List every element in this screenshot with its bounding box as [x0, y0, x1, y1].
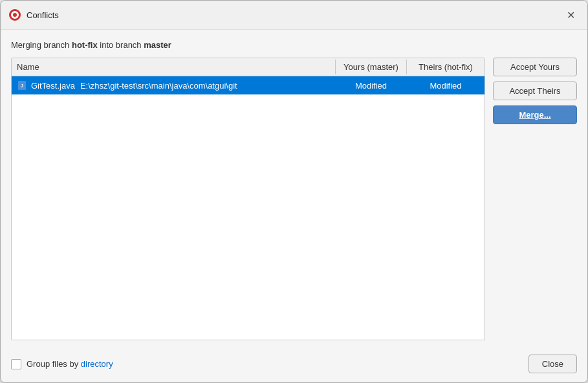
dialog-title: Conflicts	[27, 10, 59, 20]
title-bar-left: Conflicts	[8, 8, 59, 21]
window-close-button[interactable]: ✕	[561, 6, 580, 24]
merge-info: Merging branch hot-fix into branch maste…	[11, 40, 577, 50]
branch-to: master	[144, 40, 171, 50]
accept-theirs-button[interactable]: Accept Theirs	[493, 82, 577, 100]
col-header-name: Name	[12, 60, 336, 74]
cell-yours-status: Modified	[336, 78, 407, 93]
dialog-body: Merging branch hot-fix into branch maste…	[1, 30, 587, 348]
java-file-icon: J	[17, 80, 27, 91]
merge-text-middle: into branch	[98, 40, 144, 50]
accept-yours-button[interactable]: Accept Yours	[493, 58, 577, 76]
directory-link[interactable]: directory	[81, 359, 113, 369]
cell-theirs-status: Modified	[407, 78, 485, 93]
action-buttons-panel: Accept Yours Accept Theirs Merge...	[493, 58, 577, 340]
table-row[interactable]: J GitTest.java E:\zhsz\git-test\src\main…	[12, 76, 485, 94]
table-header: Name Yours (master) Theirs (hot-fix)	[12, 58, 485, 76]
col-header-yours: Yours (master)	[336, 60, 407, 74]
file-name: GitTest.java	[31, 81, 75, 91]
conflicts-dialog: Conflicts ✕ Merging branch hot-fix into …	[0, 0, 588, 383]
svg-point-2	[13, 13, 17, 17]
content-area: Name Yours (master) Theirs (hot-fix) J G…	[11, 58, 577, 340]
group-files-section: Group files by directory	[11, 359, 113, 369]
svg-text:J: J	[21, 83, 23, 88]
cell-file-name: J GitTest.java E:\zhsz\git-test\src\main…	[12, 78, 336, 93]
merge-text-prefix: Merging branch	[11, 40, 72, 50]
group-label-text: Group files by	[27, 359, 81, 369]
branch-from: hot-fix	[72, 40, 98, 50]
table-body: J GitTest.java E:\zhsz\git-test\src\main…	[12, 76, 485, 340]
file-path: E:\zhsz\git-test\src\main\java\com\atgui…	[80, 81, 237, 91]
title-bar: Conflicts ✕	[1, 1, 587, 30]
dialog-footer: Group files by directory Close	[1, 348, 587, 382]
col-header-theirs: Theirs (hot-fix)	[407, 60, 485, 74]
app-icon	[8, 8, 21, 21]
close-button[interactable]: Close	[528, 355, 577, 373]
group-label: Group files by directory	[27, 359, 113, 369]
group-by-directory-checkbox[interactable]	[11, 359, 21, 369]
merge-button[interactable]: Merge...	[493, 105, 577, 124]
files-table: Name Yours (master) Theirs (hot-fix) J G…	[11, 58, 485, 340]
